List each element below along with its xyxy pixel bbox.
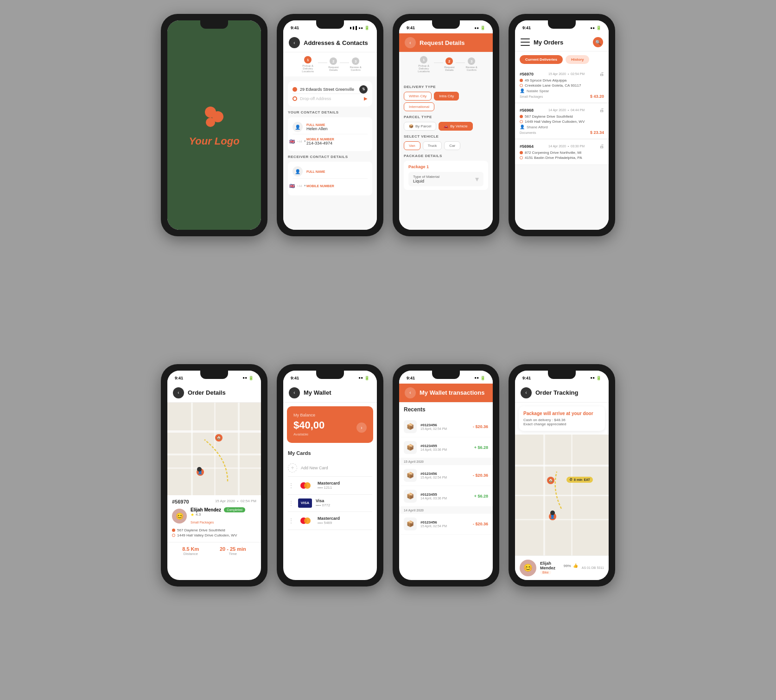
tracking-back-btn[interactable]: ‹ (521, 387, 532, 398)
trans-icon-1: 📦 (404, 420, 417, 433)
toggle-van[interactable]: Van (404, 141, 420, 150)
svg-point-2 (206, 118, 215, 127)
app-logo-icon (200, 103, 228, 131)
thumbs-up-icon: 👍 (573, 563, 578, 568)
tracking-title: Order Tracking (535, 389, 603, 396)
toggle-by-vehicle[interactable]: 🚗 By Vehicle (439, 122, 472, 131)
order-icon-56968: 🖨 (599, 107, 604, 113)
transactions-title: My Wallet transactions (420, 389, 487, 396)
back-btn-5[interactable]: ‹ (173, 387, 184, 398)
hamburger-icon[interactable] (521, 38, 530, 46)
star-icon: ★ (191, 512, 194, 517)
receiver-mobile-row: 🇬🇧 +44 ▾ MOBILE NUMBER (293, 179, 368, 193)
tracking-order-num: AS 01 DB 5311 (582, 566, 604, 569)
trans-amount-5: - $20.36 (473, 522, 488, 526)
trans-item-2: 📦 #0123455 14 April, 03:36 PM + $6.28 (399, 437, 493, 458)
eta-badge: ⏱ 8 min EAT (566, 477, 593, 483)
trans-amount-4: + $6.28 (474, 494, 488, 498)
dropoff-dot (293, 96, 297, 101)
toggle-car[interactable]: Car (444, 141, 460, 150)
pickup-line-3: 872 Corpening Drive Northville, MI (520, 151, 604, 155)
pickup-line-2: 567 Daylene Drive Southfield (520, 114, 604, 119)
package-name: Package 1 (408, 164, 483, 169)
eta-value: 8 min (574, 478, 582, 481)
card-options-icon-2[interactable]: ⋮ (288, 499, 294, 507)
date-divider-15: 15 April 2020 (399, 458, 493, 465)
wallet-back-btn[interactable]: ‹ (289, 387, 300, 398)
add-plus-icon: + (288, 463, 297, 473)
tab-history[interactable]: History (566, 55, 590, 64)
distance-item: 8.5 Km Distance (182, 546, 199, 556)
step-1: 1 Pickup & DeliveryLocations (299, 56, 317, 73)
logo-text: Your Logo (189, 135, 239, 147)
phone-request-details: 9:41 ●● 🔋 ‹ Request Details 1 Pickup & D… (393, 14, 499, 236)
trans-icon-3: 📦 (404, 469, 417, 482)
detail-pickup-addr: 567 Daylene Drive Southfield (177, 528, 225, 532)
order-details-header: ‹ Order Details (167, 384, 261, 403)
back-button-3[interactable]: ‹ (405, 37, 416, 48)
step-3-2: 2 RequestDetails (444, 57, 454, 71)
driver-rating: 4.3 (196, 512, 201, 517)
trans-amount-2: + $6.28 (474, 445, 488, 450)
trans-back-btn[interactable]: ‹ (405, 387, 416, 398)
time-item: 20 - 25 min Time (220, 546, 246, 556)
card-mastercard-1211: ⋮ Mastercard •••• 1211 (288, 477, 372, 495)
phone-avatar: 🇬🇧 +44 ▾ (293, 136, 303, 146)
balance-sub: Available (293, 432, 324, 436)
tracking-driver-pct: 99% (564, 564, 571, 568)
card-mastercard-5469: ⋮ Mastercard •••• 5469 (288, 512, 372, 530)
phone-order-details: 9:41 ●● 🔋 ‹ Order Details (161, 364, 267, 586)
back-button[interactable]: ‹ (289, 37, 300, 48)
balance-card: My Balance $40,00 Available › (287, 406, 373, 443)
trans-icon-4: 📦 (404, 490, 417, 503)
driver-status-badge: Completed (224, 507, 245, 512)
material-value: Liquid (413, 179, 439, 183)
material-label: Type of Material (413, 175, 439, 179)
driver-avatar: 😊 (172, 509, 187, 523)
toggle-truck[interactable]: Truck (423, 141, 442, 150)
toggle-by-parcel[interactable]: 📦 By Parcel (404, 122, 436, 131)
vehicle-label: SELECT VEHICLE (404, 134, 488, 139)
card-options-icon-1[interactable]: ⋮ (288, 482, 294, 489)
trans-icon-2: 📦 (404, 441, 417, 454)
trans-item-5: 📦 #0123456 15 April, 02:54 PM - $20.36 (399, 514, 493, 535)
tracking-notification: Package will arrive at your door Cash on… (519, 406, 605, 431)
name-label: FULL NAME (306, 123, 328, 126)
trans-item-4: 📦 #0123455 14 April, 03:36 PM + $6.28 (399, 486, 493, 507)
driver-row: 😊 Elijah Mendez Completed ★ 4.3 Small Pa… (172, 507, 256, 525)
tracking-map: ⏱ 8 min EAT 👤 🏠 (515, 435, 609, 555)
dropoff-address[interactable]: Drop-off Address (300, 96, 331, 101)
step-3-3: 3 Review &Confirm (466, 57, 477, 71)
tab-current-deliveries[interactable]: Current Deliveries (520, 55, 563, 64)
order-detail-date: 15 Apr 2020 (215, 499, 235, 503)
step-3-1: 1 Pickup & DeliveryLocations (414, 56, 433, 73)
tracking-delivery-pin: 🏠 (547, 477, 554, 484)
add-card-row[interactable]: + Add New Card (288, 460, 372, 477)
swap-button[interactable]: ⇅ (359, 85, 368, 94)
trans-amount-1: - $20.36 (473, 424, 488, 429)
request-content: DELIVERY TYPE Within City Intra City Int… (399, 76, 493, 230)
person-row-1: 👤 Natalie Spear (520, 88, 604, 93)
toggle-intra-city[interactable]: Intra City (434, 92, 459, 101)
screen-header-3: ‹ Request Details (399, 33, 493, 52)
your-contact-card: 👤 FULL NAME Helen Allen 🇬🇧 +44 ▾ (288, 117, 372, 151)
my-orders-title: My Orders (534, 39, 593, 46)
cards-section: My Cards + Add New Card ⋮ (283, 447, 377, 534)
card-options-icon-3[interactable]: ⋮ (288, 517, 294, 524)
step-3: 3 Review &Confirm (350, 57, 362, 71)
toggle-within-city[interactable]: Within City (404, 92, 432, 101)
person-icon: 👤 (520, 88, 525, 93)
card-visa-0772: ⋮ VISA Visa •••• 0772 (288, 495, 372, 512)
balance-arrow-btn[interactable]: › (356, 423, 367, 433)
receiver-contact-label: RECEIVER CONTACT DETAILS (288, 155, 372, 159)
search-icon[interactable]: 🔍 (593, 37, 603, 47)
dropoff-row: Drop-off Address ▶ (293, 94, 368, 103)
card-info-mc-1211: Mastercard •••• 1211 (318, 481, 372, 490)
add-card-label: Add New Card (301, 466, 328, 470)
tracking-driver-avatar: 😊 (520, 560, 536, 576)
distance-value: 8.5 Km (182, 546, 199, 552)
toggle-international[interactable]: International (404, 102, 434, 111)
person-row-2: 👤 Shane Alford (520, 125, 604, 129)
order-info: #56970 15 Apr 2020 • 02:54 PM 😊 Elijah M… (167, 495, 261, 542)
step-2: 2 RequestDetails (328, 57, 338, 71)
